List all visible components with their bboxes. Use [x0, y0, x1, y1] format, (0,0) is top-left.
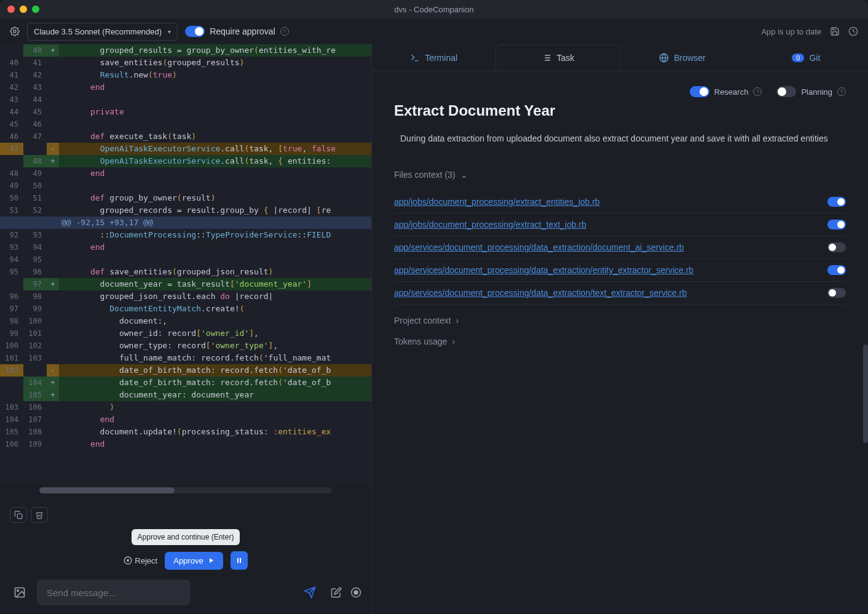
- diff-row[interactable]: 4445 private: [0, 106, 371, 118]
- file-link[interactable]: app/services/document_processing/data_ex…: [394, 242, 684, 252]
- diff-row[interactable]: 5051 def group_by_owner(result): [0, 192, 371, 204]
- file-toggle[interactable]: [827, 242, 846, 252]
- record-icon[interactable]: [350, 587, 361, 598]
- model-select[interactable]: Claude 3.5 Sonnet (Recommended) ▾: [27, 23, 178, 41]
- diff-row[interactable]: 4243 end: [0, 81, 371, 94]
- approve-button[interactable]: Approve: [165, 552, 223, 570]
- window-title: dvs - CodeCompanion: [0, 5, 868, 14]
- titlebar: dvs - CodeCompanion: [0, 0, 868, 18]
- diff-row[interactable]: 5152 grouped_records = result.group_by {…: [0, 204, 371, 217]
- diff-row[interactable]: 4041 save_entities(grouped_results): [0, 57, 371, 69]
- diff-row[interactable]: 105+ document_year: document_year: [0, 389, 371, 401]
- help-icon[interactable]: ?: [280, 27, 289, 36]
- history-icon[interactable]: [848, 26, 858, 36]
- file-row: app/jobs/document_processing/extract_ent…: [394, 191, 846, 213]
- diff-row[interactable]: 9495: [0, 253, 371, 266]
- help-icon[interactable]: ?: [753, 87, 762, 96]
- send-icon[interactable]: [304, 586, 316, 599]
- svg-rect-7: [237, 558, 239, 563]
- diff-row[interactable]: 102- date_of_birth_match: record.fetch('…: [0, 364, 371, 377]
- diff-row[interactable]: 4142 Result.new(true): [0, 69, 371, 81]
- diff-row[interactable]: 4546: [0, 118, 371, 130]
- diff-row[interactable]: 9596 def save_entities(grouped_json_resu…: [0, 266, 371, 278]
- task-title: Extract Document Year: [394, 102, 846, 119]
- planning-toggle-group: Planning ?: [776, 86, 846, 97]
- file-toggle[interactable]: [827, 197, 846, 207]
- diff-row[interactable]: 4647 def execute_task(task): [0, 130, 371, 143]
- planning-toggle[interactable]: [776, 86, 796, 97]
- diff-row[interactable]: 4849 end: [0, 167, 371, 180]
- require-approval-toggle[interactable]: [185, 26, 205, 37]
- diff-row[interactable]: @@ -92,15 +93,17 @@: [0, 217, 371, 229]
- diff-row[interactable]: 104107 end: [0, 413, 371, 426]
- edit-icon[interactable]: [331, 587, 342, 598]
- research-toggle-group: Research ?: [690, 86, 762, 97]
- horizontal-scrollbar[interactable]: [39, 487, 332, 493]
- diff-row[interactable]: 104+ date_of_birth_match: record.fetch('…: [0, 377, 371, 389]
- research-label: Research: [714, 87, 749, 97]
- chevron-right-icon: ›: [456, 316, 459, 325]
- pause-button[interactable]: [231, 551, 248, 570]
- file-link[interactable]: app/jobs/document_processing/extract_tex…: [394, 220, 586, 229]
- file-toggle[interactable]: [827, 288, 846, 298]
- file-link[interactable]: app/services/document_processing/data_ex…: [394, 288, 687, 298]
- tab-browser[interactable]: Browser: [621, 44, 744, 71]
- message-input[interactable]: [37, 580, 191, 605]
- diff-row[interactable]: 98100 document:,: [0, 315, 371, 327]
- diff-row[interactable]: 4950: [0, 180, 371, 192]
- tab-task[interactable]: Task: [495, 44, 620, 71]
- approve-tooltip: Approve and continue (Enter): [132, 529, 240, 545]
- file-link[interactable]: app/services/document_processing/data_ex…: [394, 265, 693, 275]
- research-toggle[interactable]: [690, 86, 709, 97]
- file-toggle[interactable]: [827, 265, 846, 275]
- project-context-header[interactable]: Project context ›: [394, 316, 846, 325]
- copy-icon[interactable]: [10, 507, 27, 523]
- save-icon[interactable]: [830, 26, 840, 36]
- chevron-down-icon: ▾: [168, 28, 171, 35]
- files-context-header[interactable]: Files context (3) ⌄: [394, 170, 846, 180]
- diff-row[interactable]: 40+ grouped_results = group_by_owner(ent…: [0, 44, 371, 57]
- tab-git[interactable]: 0 Git: [744, 44, 868, 71]
- left-pane: 40+ grouped_results = group_by_owner(ent…: [0, 44, 372, 614]
- diff-row[interactable]: 101103 full_name_match: record.fetch('fu…: [0, 352, 371, 364]
- file-link[interactable]: app/jobs/document_processing/extract_ent…: [394, 197, 600, 207]
- diff-row[interactable]: 4344: [0, 94, 371, 106]
- tab-terminal-label: Terminal: [425, 53, 457, 63]
- diff-row[interactable]: 103106 ): [0, 401, 371, 413]
- diff-row[interactable]: 9293 ::DocumentProcessing::TypeProviderS…: [0, 229, 371, 241]
- svg-marker-6: [210, 558, 213, 563]
- send-bar: [0, 575, 371, 614]
- tokens-usage-header[interactable]: Tokens usage ›: [394, 337, 846, 346]
- diff-row[interactable]: 47- OpenAiTaskExecutorService.call(task,…: [0, 143, 371, 155]
- diff-viewer[interactable]: 40+ grouped_results = group_by_owner(ent…: [0, 44, 371, 485]
- vertical-scrollbar-thumb[interactable]: [863, 345, 868, 443]
- help-icon[interactable]: ?: [837, 87, 846, 96]
- tab-browser-label: Browser: [674, 53, 705, 63]
- diff-row[interactable]: 9799 DocumentEntityMatch.create!(: [0, 303, 371, 315]
- diff-row[interactable]: 97+ document_year = task_result['documen…: [0, 278, 371, 290]
- git-badge: 0: [792, 54, 804, 62]
- model-select-label: Claude 3.5 Sonnet (Recommended): [34, 27, 162, 36]
- svg-point-10: [17, 590, 18, 592]
- trash-icon[interactable]: [31, 507, 48, 523]
- file-row: app/jobs/document_processing/extract_tex…: [394, 213, 846, 236]
- action-bar: Approve and continue (Enter) Reject Appr…: [0, 496, 371, 575]
- planning-label: Planning: [801, 87, 832, 97]
- diff-row[interactable]: 48+ OpenAiTaskExecutorService.call(task,…: [0, 155, 371, 167]
- diff-row[interactable]: 105108 document.update!(processing_statu…: [0, 426, 371, 438]
- svg-rect-8: [240, 558, 241, 563]
- file-toggle[interactable]: [827, 220, 846, 229]
- diff-row[interactable]: 9394 end: [0, 241, 371, 253]
- attach-image-icon[interactable]: [10, 581, 30, 604]
- diff-row[interactable]: 100102 owner_type: record['owner_type'],: [0, 340, 371, 352]
- reject-label: Reject: [135, 556, 157, 565]
- diff-row[interactable]: 99101 owner_id: record['owner_id'],: [0, 327, 371, 340]
- reject-button[interactable]: Reject: [124, 556, 157, 565]
- settings-icon[interactable]: [10, 26, 20, 36]
- svg-point-14: [354, 591, 358, 594]
- diff-row[interactable]: 106109 end: [0, 438, 371, 450]
- tab-terminal[interactable]: Terminal: [372, 44, 495, 71]
- files-list: app/jobs/document_processing/extract_ent…: [394, 191, 846, 305]
- diff-row[interactable]: 9698 grouped_json_result.each do |record…: [0, 290, 371, 303]
- app-status: App is up to date: [761, 27, 821, 36]
